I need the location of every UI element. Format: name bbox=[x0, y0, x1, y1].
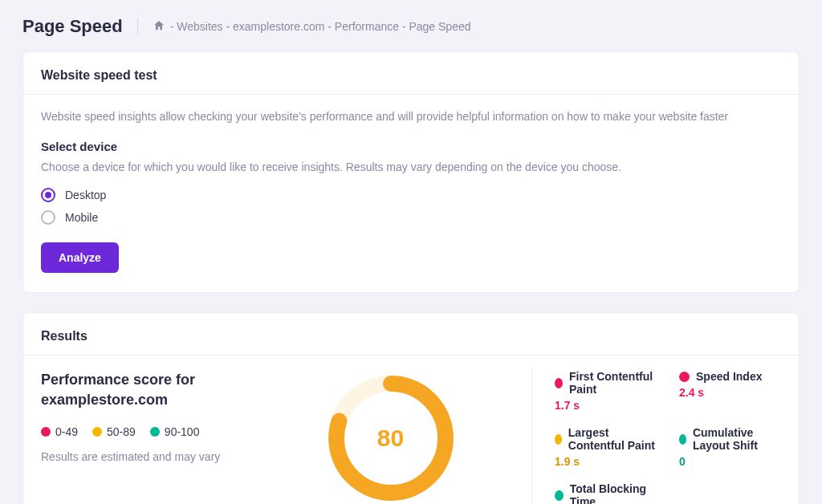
score-legend: 0-49 50-89 90-100 bbox=[41, 425, 250, 438]
metric-lcp: Largest Contentful Paint 1.9 s bbox=[555, 426, 657, 468]
radio-mobile[interactable]: Mobile bbox=[41, 210, 781, 225]
radio-desktop-label: Desktop bbox=[65, 189, 106, 201]
gauge-score-value: 80 bbox=[377, 425, 404, 452]
dot-red-icon bbox=[41, 427, 51, 437]
home-icon[interactable] bbox=[153, 19, 165, 35]
speed-test-card: Website speed test Website speed insight… bbox=[22, 51, 800, 293]
page-root: Page Speed - Websites - examplestore.com… bbox=[0, 0, 822, 504]
analyze-button[interactable]: Analyze bbox=[41, 242, 119, 273]
radio-icon-checked bbox=[41, 188, 55, 202]
speed-test-description: Website speed insights allow checking yo… bbox=[41, 109, 781, 125]
metric-cls-value: 0 bbox=[679, 455, 781, 468]
select-device-help: Choose a device for which you would like… bbox=[41, 160, 781, 176]
metric-fcp-value: 1.7 s bbox=[555, 399, 657, 412]
metric-lcp-value: 1.9 s bbox=[555, 455, 657, 468]
performance-summary: Performance score for examplestore.com 0… bbox=[41, 370, 250, 465]
metric-tbt: Total Blocking Time 0 ms bbox=[555, 482, 657, 504]
results-body: Performance score for examplestore.com 0… bbox=[41, 370, 781, 504]
metrics-grid: First Contentful Paint 1.7 s Speed Index… bbox=[531, 370, 781, 504]
select-device-label: Select device bbox=[41, 140, 781, 153]
performance-score-heading: Performance score for examplestore.com bbox=[41, 370, 250, 410]
breadcrumb-trail: - Websites - examplestore.com - Performa… bbox=[170, 20, 471, 33]
metric-fcp: First Contentful Paint 1.7 s bbox=[555, 370, 657, 412]
results-title: Results bbox=[41, 329, 781, 355]
dot-red-icon bbox=[679, 372, 690, 382]
dot-green-icon bbox=[555, 490, 564, 501]
vertical-divider bbox=[137, 18, 138, 35]
radio-desktop[interactable]: Desktop bbox=[41, 188, 781, 202]
device-radio-group: Desktop Mobile bbox=[41, 188, 781, 225]
legend-good: 90-100 bbox=[150, 425, 200, 438]
results-disclaimer: Results are estimated and may vary bbox=[41, 449, 250, 465]
radio-icon-unchecked bbox=[41, 210, 55, 225]
dot-yellow-icon bbox=[555, 434, 562, 445]
page-header: Page Speed - Websites - examplestore.com… bbox=[22, 16, 800, 37]
page-title: Page Speed bbox=[22, 16, 123, 37]
radio-mobile-label: Mobile bbox=[65, 211, 98, 224]
metric-si: Speed Index 2.4 s bbox=[679, 370, 781, 412]
divider bbox=[23, 355, 799, 356]
speed-test-title: Website speed test bbox=[41, 68, 781, 94]
metric-cls: Cumulative Layout Shift 0 bbox=[679, 426, 781, 468]
results-card: Results Performance score for examplesto… bbox=[22, 312, 800, 504]
legend-bad: 0-49 bbox=[41, 425, 78, 438]
divider bbox=[23, 94, 799, 95]
breadcrumb[interactable]: - Websites - examplestore.com - Performa… bbox=[153, 19, 471, 35]
dot-green-icon bbox=[150, 427, 160, 437]
dot-yellow-icon bbox=[92, 427, 102, 437]
dot-red-icon bbox=[555, 378, 563, 388]
legend-mid: 50-89 bbox=[92, 425, 136, 438]
metric-si-value: 2.4 s bbox=[679, 386, 781, 399]
performance-gauge: 80 bbox=[266, 370, 515, 504]
dot-green-icon bbox=[679, 434, 686, 445]
